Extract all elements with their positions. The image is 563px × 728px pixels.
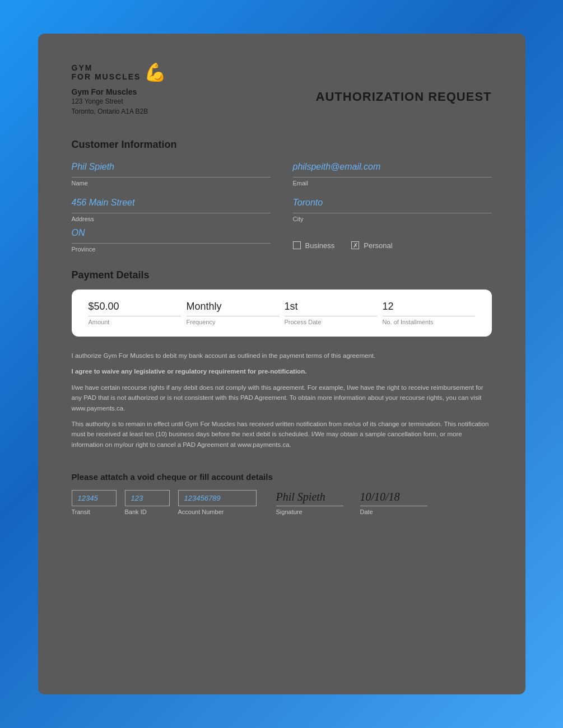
process-date-field: 1st Process Date: [285, 301, 377, 325]
province-field-group: ON Province: [72, 228, 271, 253]
installments-label: No. of Installments: [383, 319, 475, 325]
customer-email-value: philspeith@email.com: [293, 162, 492, 178]
date-value: 10/10/18: [360, 491, 427, 506]
amount-label: Amount: [89, 319, 181, 325]
process-date-value: 1st: [285, 301, 377, 316]
auth-title: AUTHORIZATION REQUEST: [316, 90, 492, 104]
customer-city-value: Toronto: [293, 198, 492, 213]
logo-text: GYM FOR MUSCLES: [72, 63, 141, 81]
installments-value: 12: [383, 301, 475, 316]
business-checkbox[interactable]: [293, 241, 301, 249]
company-address-line1: 123 Yonge Street: [72, 96, 167, 106]
transit-label: Transit: [72, 508, 117, 515]
bank-id-label: Bank ID: [125, 508, 170, 515]
customer-province-label: Province: [72, 246, 271, 253]
account-number-label: Account Number: [178, 508, 257, 515]
signature-label: Signature: [276, 508, 343, 515]
amount-value: $50.00: [89, 301, 181, 316]
terms-section: I authorize Gym For Muscles to debit my …: [72, 351, 492, 450]
customer-grid: Phil Spieth Name philspeith@email.com Em…: [72, 162, 492, 222]
customer-province-value: ON: [72, 228, 271, 244]
bank-grid: 12345 Transit 123 Bank ID 123456789 Acco…: [72, 490, 257, 515]
frequency-label: Frequency: [187, 319, 279, 325]
transit-field: 12345 Transit: [72, 490, 117, 515]
personal-label: Personal: [364, 241, 392, 250]
address-field-group: 456 Main Street Address: [72, 198, 271, 222]
customer-address-value: 456 Main Street: [72, 198, 271, 213]
document-page: GYM FOR MUSCLES 💪 Gym For Muscles 123 Yo…: [38, 34, 525, 694]
terms-line2: I agree to waive any legislative or regu…: [72, 366, 492, 376]
company-info: Gym For Muscles 123 Yonge Street Toronto…: [72, 87, 167, 116]
signature-field: Phil Spieth Signature: [276, 491, 343, 515]
payment-card: $50.00 Amount Monthly Frequency 1st Proc…: [72, 290, 492, 337]
terms-line1: I authorize Gym For Muscles to debit my …: [72, 351, 492, 361]
bicep-icon: 💪: [144, 62, 166, 83]
customer-section-title: Customer Information: [72, 139, 492, 151]
bank-id-value[interactable]: 123: [125, 490, 170, 506]
transit-value[interactable]: 12345: [72, 490, 117, 506]
business-label: Business: [305, 241, 335, 250]
header: GYM FOR MUSCLES 💪 Gym For Muscles 123 Yo…: [72, 62, 492, 116]
terms-line4: This authority is to remain in effect un…: [72, 419, 492, 450]
checkbox-row: Business Personal: [293, 234, 492, 253]
logo-row: GYM FOR MUSCLES 💪: [72, 62, 167, 83]
business-checkbox-item[interactable]: Business: [293, 241, 335, 250]
amount-field: $50.00 Amount: [89, 301, 181, 325]
signature-grid: Phil Spieth Signature 10/10/18 Date: [276, 491, 427, 515]
logo-area: GYM FOR MUSCLES 💪 Gym For Muscles 123 Yo…: [72, 62, 167, 116]
customer-name-value: Phil Spieth: [72, 162, 271, 178]
bottom-row: 12345 Transit 123 Bank ID 123456789 Acco…: [72, 490, 492, 515]
customer-city-label: City: [293, 216, 492, 222]
date-label: Date: [360, 508, 427, 515]
account-number-value[interactable]: 123456789: [178, 490, 257, 506]
frequency-value: Monthly: [187, 301, 279, 316]
company-address-line2: Toronto, Ontario A1A B2B: [72, 106, 167, 116]
name-field-group: Phil Spieth Name: [72, 162, 271, 186]
customer-name-label: Name: [72, 180, 271, 186]
terms-line3: I/we have certain recourse rights if any…: [72, 382, 492, 413]
company-name: Gym For Muscles: [72, 87, 167, 96]
installments-field: 12 No. of Installments: [383, 301, 475, 325]
payment-section-title: Payment Details: [72, 269, 492, 281]
personal-checkbox[interactable]: [351, 241, 359, 249]
process-date-label: Process Date: [285, 319, 377, 325]
customer-address-label: Address: [72, 216, 271, 222]
gym-text: GYM: [72, 63, 141, 72]
for-muscles-text: FOR MUSCLES: [72, 72, 141, 81]
bank-id-field: 123 Bank ID: [125, 490, 170, 515]
signature-value: Phil Spieth: [276, 491, 343, 506]
date-field: 10/10/18 Date: [360, 491, 427, 515]
frequency-field: Monthly Frequency: [187, 301, 279, 325]
province-row: ON Province Business Personal: [72, 228, 492, 253]
bank-section-title: Please attatch a void cheque or fill acc…: [72, 472, 492, 482]
email-field-group: philspeith@email.com Email: [293, 162, 492, 186]
city-field-group: Toronto City: [293, 198, 492, 222]
personal-checkbox-item[interactable]: Personal: [351, 241, 392, 250]
account-number-field: 123456789 Account Number: [178, 490, 257, 515]
customer-email-label: Email: [293, 180, 492, 186]
